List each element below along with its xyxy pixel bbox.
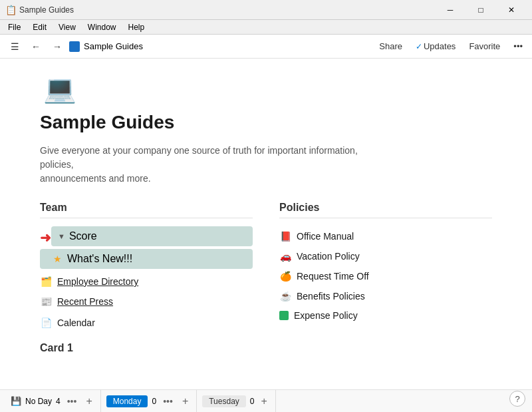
toolbar-actions: Share ✓Updates Favorite •••	[375, 40, 527, 53]
card-section-title: Card 1	[40, 342, 253, 354]
vacation-policy-label: Vacation Policy	[297, 251, 360, 262]
employee-directory-label: Employee Directory	[57, 276, 138, 287]
more-button[interactable]: •••	[509, 40, 527, 53]
whats-new-item[interactable]: ★ What's New!!!	[40, 249, 253, 269]
hamburger-button[interactable]: ☰	[5, 37, 24, 56]
star-icon: ★	[53, 254, 62, 264]
benefits-policies-icon: ☕	[279, 290, 291, 302]
monday-count: 0	[152, 397, 156, 406]
list-item-calendar[interactable]: 📄 Calendar	[40, 311, 253, 334]
team-column: Team ➜ ▼ Score ★ What's New!!! 🗂️ Employ…	[40, 202, 253, 354]
recent-press-label: Recent Press	[57, 296, 113, 307]
score-label: Score	[69, 230, 97, 242]
monday-dots-button[interactable]: •••	[160, 395, 176, 408]
app-icon: 📋	[5, 5, 17, 15]
forward-button[interactable]: →	[48, 37, 66, 56]
page-title: Sample Guides	[40, 112, 492, 133]
updates-button[interactable]: ✓Updates	[412, 40, 460, 53]
two-column-layout: Team ➜ ▼ Score ★ What's New!!! 🗂️ Employ…	[40, 202, 492, 354]
policies-column: Policies 📕 Office Manual 🚗 Vacation Poli…	[279, 202, 492, 354]
tuesday-count: 0	[250, 397, 255, 406]
list-item-benefits-policies[interactable]: ☕ Benefits Policies	[279, 286, 492, 306]
office-manual-label: Office Manual	[297, 231, 354, 242]
score-item[interactable]: ▼ Score	[51, 226, 253, 246]
menu-view[interactable]: View	[53, 21, 81, 33]
page-header-image: 💻	[40, 72, 80, 105]
monday-badge[interactable]: Monday	[106, 395, 148, 407]
list-item-expense-policy[interactable]: Expense Policy	[279, 306, 492, 325]
monday-add-button[interactable]: +	[180, 394, 191, 409]
office-manual-icon: 📕	[279, 230, 291, 242]
no-day-segment: 💾 No Day 4 ••• +	[5, 390, 101, 412]
tuesday-segment: Tuesday 0 +	[197, 390, 276, 412]
red-arrow-icon: ➜	[40, 230, 51, 246]
no-day-count: 4	[56, 397, 61, 406]
list-item-vacation-policy[interactable]: 🚗 Vacation Policy	[279, 246, 492, 266]
list-item-recent-press[interactable]: 📰 Recent Press	[40, 292, 253, 311]
expand-triangle-icon: ▼	[58, 232, 65, 240]
vacation-policy-icon: 🚗	[279, 250, 291, 262]
breadcrumb-icon	[69, 41, 80, 52]
title-bar-controls: ─ □ ✕	[435, 0, 527, 20]
employee-directory-icon: 🗂️	[40, 276, 52, 288]
status-bar: 💾 No Day 4 ••• + Monday 0 ••• + Tuesday …	[0, 389, 532, 412]
maximize-button[interactable]: □	[466, 0, 496, 20]
minimize-button[interactable]: ─	[435, 0, 466, 20]
menu-window[interactable]: Window	[82, 21, 122, 33]
recent-press-icon: 📰	[40, 296, 52, 308]
monday-segment: Monday 0 ••• +	[101, 390, 197, 412]
content-area: 💻 Sample Guides Give everyone at your co…	[0, 59, 532, 389]
toolbar: ☰ ← → Sample Guides Share ✓Updates Favor…	[0, 35, 532, 59]
no-day-add-button[interactable]: +	[83, 394, 94, 409]
expense-policy-icon	[279, 311, 289, 320]
policies-section-title: Policies	[279, 202, 492, 218]
menu-help[interactable]: Help	[123, 21, 150, 33]
list-item-office-manual[interactable]: 📕 Office Manual	[279, 226, 492, 246]
request-time-off-icon: 🍊	[279, 270, 291, 282]
request-time-off-label: Request Time Off	[297, 271, 369, 282]
team-section-title: Team	[40, 202, 253, 218]
help-button[interactable]: ?	[509, 391, 525, 407]
score-row: ➜ ▼ Score	[40, 226, 253, 249]
favorite-button[interactable]: Favorite	[465, 40, 504, 53]
breadcrumb: Sample Guides	[69, 41, 372, 52]
whats-new-label: What's New!!!	[67, 253, 132, 265]
tuesday-add-button[interactable]: +	[259, 394, 270, 409]
menu-bar: File Edit View Window Help	[0, 20, 532, 35]
no-day-label: No Day	[25, 397, 52, 406]
expense-policy-label: Expense Policy	[294, 310, 358, 321]
menu-file[interactable]: File	[3, 21, 26, 33]
back-button[interactable]: ←	[27, 37, 45, 56]
menu-edit[interactable]: Edit	[27, 21, 52, 33]
check-icon: ✓	[416, 42, 422, 51]
disk-icon: 💾	[11, 396, 21, 406]
tuesday-badge[interactable]: Tuesday	[202, 395, 246, 407]
list-item-request-time-off[interactable]: 🍊 Request Time Off	[279, 266, 492, 286]
title-bar: 📋 Sample Guides ─ □ ✕	[0, 0, 532, 20]
title-bar-title: Sample Guides	[19, 5, 435, 15]
benefits-policies-label: Benefits Policies	[297, 291, 365, 302]
close-button[interactable]: ✕	[496, 0, 527, 20]
page-description: Give everyone at your company one source…	[40, 144, 372, 186]
calendar-label: Calendar	[57, 317, 95, 328]
laptop-icon: 💻	[43, 75, 76, 102]
list-item-employee-directory[interactable]: 🗂️ Employee Directory	[40, 272, 253, 292]
no-day-dots-button[interactable]: •••	[65, 395, 80, 408]
breadcrumb-label: Sample Guides	[84, 41, 143, 51]
share-button[interactable]: Share	[375, 40, 406, 53]
calendar-icon: 📄	[40, 317, 52, 329]
